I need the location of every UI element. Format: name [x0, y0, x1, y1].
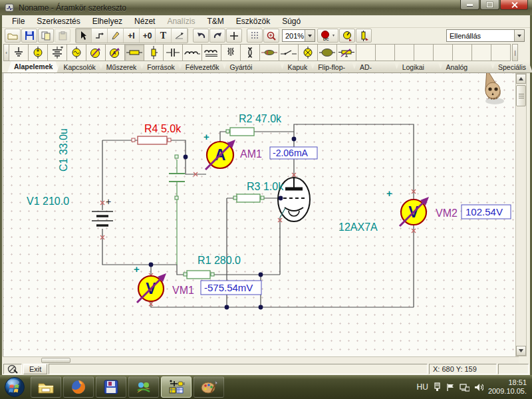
resistor-r4[interactable]: [132, 136, 171, 144]
taskbar-firefox-button[interactable]: [63, 376, 94, 398]
tab-alapelemek[interactable]: Alapelemek: [7, 61, 59, 72]
text-tool-button[interactable]: T: [156, 29, 172, 43]
horizontal-scrollbar[interactable]: [3, 356, 519, 363]
schematic-canvas[interactable]: A V V +: [3, 73, 519, 356]
tab-logikai-ic-k[interactable]: Logikai IC-k: [396, 62, 442, 72]
menu-sugo[interactable]: Súgó: [276, 15, 307, 27]
dc-analysis-button[interactable]: DC: [317, 29, 338, 43]
tab-felvezetok[interactable]: Félvezetők: [179, 62, 226, 72]
taskbar-app2-button[interactable]: [96, 376, 126, 398]
network-icon[interactable]: [460, 383, 469, 392]
menu-nezet[interactable]: Nézet: [128, 15, 161, 27]
palette-scroll-left[interactable]: ‹: [3, 44, 9, 61]
palette-inductor-core[interactable]: [202, 44, 221, 61]
tab-ad-da-555[interactable]: AD-DA/555: [353, 62, 398, 72]
scroll-down-button[interactable]: [516, 346, 526, 356]
label-r1[interactable]: R1 280.0: [198, 255, 241, 266]
close-button[interactable]: [500, 0, 528, 10]
palette-battery[interactable]: [48, 44, 67, 61]
label-v1[interactable]: V1 210.0: [27, 196, 69, 207]
menu-szerkesztes[interactable]: Szerkesztés: [31, 15, 86, 27]
crosshair-button[interactable]: [226, 29, 242, 43]
palette-resistor-vertical[interactable]: [144, 44, 164, 61]
palette-voltage-source[interactable]: [29, 44, 48, 61]
capacitor-c1[interactable]: [169, 174, 185, 182]
palette-diode[interactable]: [260, 44, 279, 61]
palette-motor[interactable]: [318, 44, 337, 61]
palette-generator[interactable]: [67, 44, 86, 61]
ammeter-am1[interactable]: A: [205, 140, 235, 170]
exit-button[interactable]: Exit: [23, 364, 47, 374]
battery-v1[interactable]: [92, 211, 113, 225]
text-current-tool-button[interactable]: +I: [124, 29, 140, 43]
menu-file[interactable]: File: [6, 15, 31, 27]
tab-gyartoi-modellek[interactable]: Gyártói modellek: [223, 62, 284, 72]
label-am1[interactable]: AM1: [240, 148, 262, 160]
vertical-scroll-thumb[interactable]: [516, 85, 526, 106]
palette-transformer-2[interactable]: [241, 44, 260, 61]
meter-analysis-button[interactable]: [339, 29, 355, 43]
label-r3[interactable]: R3 1.0k: [247, 181, 284, 192]
component-values-button[interactable]: [356, 29, 372, 43]
pencil-tool-button[interactable]: [108, 29, 124, 43]
label-c1[interactable]: C1 33.0u: [58, 128, 69, 172]
label-r4[interactable]: R4 5.0k: [144, 123, 182, 134]
palette-lamp[interactable]: [299, 44, 318, 61]
palette-scroll-right[interactable]: ❘: [512, 44, 518, 61]
tab-flip-flop-ok[interactable]: Flip-flop-ok: [311, 62, 356, 72]
palette-resistor[interactable]: [125, 44, 144, 61]
zoom-level-combo[interactable]: 201%: [282, 29, 315, 42]
vm2-value-box[interactable]: 102.54V: [462, 205, 511, 219]
menu-eszkozok[interactable]: Eszközök: [230, 15, 276, 27]
label-vm1[interactable]: VM1: [172, 285, 194, 296]
taskbar-circuit-app-button[interactable]: [161, 376, 192, 398]
palette-switch[interactable]: [279, 44, 299, 61]
taskbar-explorer-button[interactable]: [31, 376, 61, 398]
component-filter-arrow[interactable]: [514, 30, 524, 41]
palette-transformer[interactable]: [221, 44, 241, 61]
menu-tm[interactable]: T&M: [201, 15, 229, 27]
palette-ground[interactable]: [9, 44, 29, 61]
text-zero-tool-button[interactable]: +0: [140, 29, 156, 43]
title-bar[interactable]: Noname - Áramkör szerkeszto: [0, 0, 532, 15]
vertical-scrollbar[interactable]: [515, 73, 527, 356]
menu-elhelyez[interactable]: Elhelyez: [86, 15, 128, 27]
tab-specialis[interactable]: Speciális: [491, 62, 532, 72]
am1-value-box[interactable]: -2.06mA: [270, 147, 317, 159]
resistor-r1[interactable]: [184, 271, 214, 279]
taskbar-clock[interactable]: 18:51 2009.10.05.: [488, 378, 527, 396]
usb-device-icon[interactable]: [433, 382, 442, 392]
taskbar-paint-button[interactable]: [194, 376, 224, 398]
open-button[interactable]: [5, 29, 21, 43]
palette-capacitor[interactable]: [164, 44, 183, 61]
minimize-button[interactable]: [460, 0, 479, 10]
tab-muszerek[interactable]: Műszerek: [100, 62, 144, 72]
tab-kapuk[interactable]: Kapuk: [281, 62, 314, 72]
palette-inductor[interactable]: [183, 44, 202, 61]
language-indicator[interactable]: HU: [417, 382, 428, 392]
scroll-up-button[interactable]: [516, 74, 526, 84]
palette-voltmeter[interactable]: [86, 44, 106, 61]
label-tube[interactable]: 12AX7A: [338, 221, 378, 233]
select-tool-button[interactable]: [76, 29, 92, 43]
horizontal-scroll-thumb[interactable]: [41, 358, 70, 363]
zoom-button[interactable]: [263, 29, 279, 43]
palette-ammeter[interactable]: [106, 44, 125, 61]
label-r2[interactable]: R2 47.0k: [239, 113, 282, 124]
grid-toggle-button[interactable]: [247, 29, 263, 43]
tab-kapcsolok[interactable]: Kapcsolók: [57, 62, 102, 72]
voltmeter-vm2[interactable]: V: [400, 197, 429, 226]
tab-forrasok[interactable]: Források: [140, 62, 181, 72]
save-button[interactable]: [21, 29, 37, 43]
component-filter-combo[interactable]: Ellenállás: [446, 29, 525, 42]
start-button[interactable]: [4, 376, 25, 398]
tab-analog-kontroll[interactable]: Analóg kontroll: [440, 62, 494, 72]
redo-button[interactable]: [209, 29, 225, 43]
voltmeter-vm1[interactable]: V: [137, 273, 166, 303]
zoom-combo-arrow[interactable]: [305, 30, 315, 41]
undo-button[interactable]: [193, 29, 209, 43]
wire-tool-button[interactable]: [92, 29, 108, 43]
taskbar-messenger-button[interactable]: [128, 376, 159, 398]
label-vm2[interactable]: VM2: [436, 207, 458, 219]
flag-icon[interactable]: [446, 383, 455, 392]
